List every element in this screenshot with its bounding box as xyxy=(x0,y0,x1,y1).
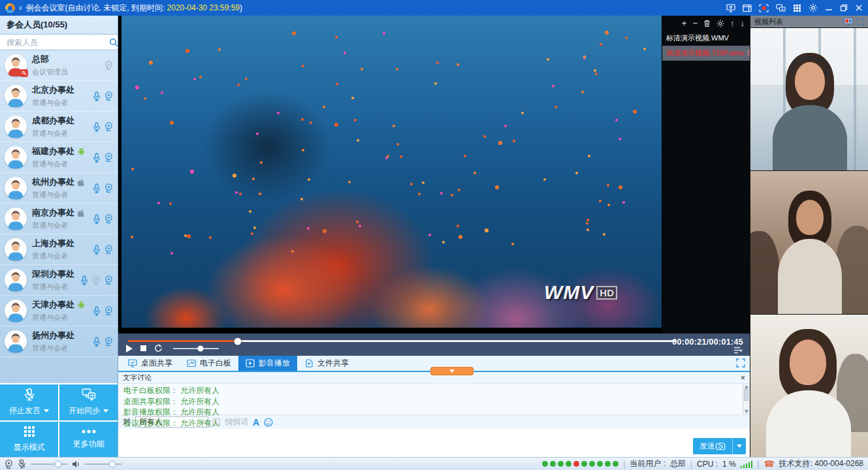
webcam-status-icon[interactable] xyxy=(5,460,13,469)
delete-trash-icon[interactable] xyxy=(703,20,711,27)
playlist-item[interactable]: 高清演示视频-720P.wmv 删除 xyxy=(662,46,750,61)
participant-row[interactable]: 扬州办事处 普通与会者 xyxy=(0,326,118,357)
fullscreen-expand-icon[interactable] xyxy=(736,358,745,368)
camera-icon[interactable] xyxy=(104,122,113,131)
chat-input[interactable] xyxy=(118,429,750,457)
tab-file-share[interactable]: 文件共享 xyxy=(297,356,356,371)
display-wall-icon[interactable] xyxy=(793,4,801,12)
mic-icon[interactable] xyxy=(93,153,101,163)
mic-volume-handle[interactable] xyxy=(55,460,62,467)
mic-volume-slider[interactable] xyxy=(31,463,67,465)
participant-row[interactable]: 南京办事处 普通与会者 xyxy=(0,204,118,234)
search-icon[interactable] xyxy=(109,38,118,47)
camera-muted-icon[interactable] xyxy=(104,61,113,70)
add-icon[interactable]: + xyxy=(682,19,687,27)
camera-icon[interactable] xyxy=(104,245,113,254)
minimize-button[interactable] xyxy=(825,4,833,12)
participant-row[interactable]: 总部 会议管理员 xyxy=(0,50,118,81)
camera-icon[interactable] xyxy=(104,183,113,193)
more-features-button[interactable]: 更多功能 xyxy=(59,422,118,458)
mic-muted-status-icon[interactable] xyxy=(18,459,26,469)
display-mode-button[interactable]: 显示模式 xyxy=(0,422,58,458)
chat-close-icon[interactable]: × xyxy=(740,373,745,382)
collapse-handle[interactable] xyxy=(430,367,474,375)
status-dot xyxy=(550,461,556,467)
settings-gear-icon[interactable] xyxy=(809,3,818,12)
camera-icon[interactable] xyxy=(104,91,113,101)
maximize-button[interactable] xyxy=(840,4,848,12)
tab-desktop-share[interactable]: 桌面共享 xyxy=(121,356,180,371)
apple-icon xyxy=(78,209,85,217)
mic-icon[interactable] xyxy=(93,122,101,132)
play-button[interactable] xyxy=(126,345,133,352)
chat-scrollbar[interactable] xyxy=(743,384,750,415)
remove-icon[interactable]: − xyxy=(692,19,698,27)
playing-video[interactable]: WMV HD xyxy=(121,16,662,328)
sync-displays-icon[interactable] xyxy=(776,4,786,12)
camera-icon[interactable] xyxy=(104,306,113,315)
tab-media-playback[interactable]: 影音播放 xyxy=(238,356,297,371)
scroll-thumb[interactable] xyxy=(744,389,748,401)
app-window-icon[interactable] xyxy=(743,4,752,12)
video-thumbnail-2[interactable] xyxy=(750,170,868,313)
camera-icon[interactable] xyxy=(104,275,113,285)
mic-icon[interactable] xyxy=(80,275,88,285)
stop-button[interactable] xyxy=(140,345,146,351)
close-button[interactable] xyxy=(855,4,863,12)
chevron-down-icon[interactable]: ∨ xyxy=(18,5,23,11)
speaker-icon[interactable] xyxy=(72,460,80,468)
player-controls: 00:00:21/00:01:45 xyxy=(118,334,750,356)
video-thumbnail-3[interactable] xyxy=(750,314,868,457)
start-sync-button[interactable]: 开始同步 xyxy=(59,384,118,420)
playlist-settings-icon[interactable] xyxy=(716,20,724,27)
record-icon[interactable] xyxy=(759,4,769,12)
cpu-label: CPU : xyxy=(697,460,718,469)
scroll-up-icon[interactable] xyxy=(745,385,748,388)
mic-icon[interactable] xyxy=(93,306,101,316)
video-thumbnail-1[interactable] xyxy=(750,27,868,170)
mic-icon[interactable] xyxy=(93,91,101,101)
video-wall-icon[interactable] xyxy=(844,18,853,25)
queue-list-icon[interactable] xyxy=(733,347,743,354)
dropdown-caret[interactable] xyxy=(103,409,108,413)
participant-row[interactable]: 杭州办事处 普通与会者 xyxy=(0,173,118,204)
camera-icon[interactable] xyxy=(104,153,113,162)
camera-icon[interactable] xyxy=(104,214,113,223)
seek-bar[interactable] xyxy=(128,340,677,342)
seek-handle[interactable] xyxy=(234,337,242,345)
participant-row[interactable]: 深圳办事处 普通与会者 xyxy=(0,265,118,296)
scroll-down-icon[interactable] xyxy=(745,410,748,413)
mic-icon[interactable] xyxy=(93,245,101,255)
participant-device-icons xyxy=(104,61,113,70)
dropdown-caret[interactable] xyxy=(44,409,49,413)
participant-row[interactable]: 天津办事处 普通与会者 xyxy=(0,296,118,326)
move-up-icon[interactable]: ↑ xyxy=(730,19,735,27)
send-dropdown[interactable] xyxy=(732,438,746,454)
mic-icon[interactable] xyxy=(93,337,101,347)
screen-demo-icon[interactable] xyxy=(726,4,735,12)
expiry-time: 2020-04-30 23:59:59 xyxy=(167,3,240,12)
replay-button[interactable] xyxy=(154,344,163,352)
participant-row[interactable]: 成都办事处 普通与会者 xyxy=(0,112,118,142)
playlist-delete-link[interactable]: 删除 xyxy=(747,48,750,58)
playlist-item[interactable]: 标清演示视频.WMV xyxy=(662,31,750,46)
send-button[interactable]: 发送(S) xyxy=(693,438,746,454)
mic-icon[interactable] xyxy=(93,214,101,224)
tab-whiteboard[interactable]: 电子白板 xyxy=(180,356,238,371)
search-input[interactable] xyxy=(5,37,109,48)
stop-speaking-button[interactable]: 停止发言 xyxy=(0,384,58,420)
camera-icon[interactable] xyxy=(104,337,113,346)
speaker-volume-slider[interactable] xyxy=(85,463,121,465)
participant-row[interactable]: 上海办事处 普通与会者 xyxy=(0,234,118,265)
camera-muted-icon[interactable] xyxy=(92,275,101,285)
move-down-icon[interactable]: ↓ xyxy=(741,19,745,27)
participant-row[interactable]: 北京办事处 普通与会者 xyxy=(0,81,118,112)
volume-slider[interactable] xyxy=(173,348,219,349)
status-dot xyxy=(542,461,548,467)
participant-row[interactable]: 福建办事处 普通与会者 xyxy=(0,142,118,173)
mic-icon[interactable] xyxy=(93,183,101,193)
expand-icon[interactable] xyxy=(857,18,864,25)
volume-handle[interactable] xyxy=(198,345,204,351)
status-bar: | 当前用户 : 总部 | CPU : 1 % | ☎ 技术支持: 400-00… xyxy=(0,457,868,470)
speaker-volume-handle[interactable] xyxy=(109,460,116,467)
